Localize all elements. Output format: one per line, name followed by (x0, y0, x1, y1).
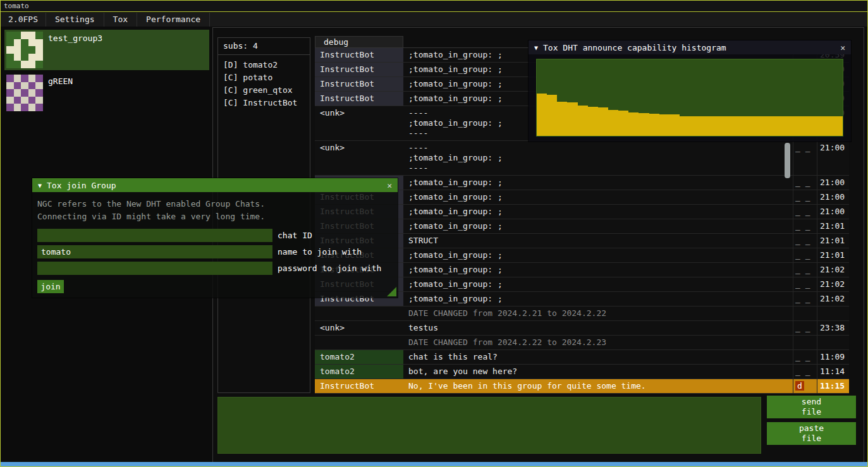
join-field-input[interactable] (37, 229, 272, 242)
resize-grip[interactable] (387, 287, 396, 296)
histogram-bar (628, 112, 639, 136)
chat-sender[interactable]: InstructBot (315, 63, 403, 76)
chat-text: ;tomato_in_group: ; (403, 263, 793, 277)
histogram-bar (649, 114, 659, 136)
avatar-pixel (21, 46, 28, 54)
menu-item-settings[interactable]: Settings (46, 13, 104, 27)
avatar-pixel (28, 61, 36, 68)
histogram-bar (547, 95, 557, 136)
join-button[interactable]: join (37, 280, 64, 293)
tab-debug[interactable]: debug (315, 36, 403, 47)
chat-time: 21:01 (817, 248, 849, 262)
histogram-bar (812, 116, 822, 136)
chat-flag: _ _ (795, 352, 810, 361)
chat-sender[interactable]: <unk> (315, 141, 403, 175)
close-icon[interactable]: ✕ (387, 181, 392, 190)
join-field-label: password to join with (278, 262, 381, 275)
fps-counter: 2.0FPS (1, 13, 46, 27)
avatar-pixel (14, 46, 21, 54)
avatar-pixel (28, 75, 36, 82)
chat-sender[interactable] (315, 306, 403, 320)
chat-flags: _ _ (793, 219, 817, 233)
chat-text: ;tomato_in_group: ; (403, 277, 793, 291)
histogram-bar (567, 102, 577, 136)
avatar-pixel (6, 46, 14, 54)
group-name-label: gREEN (48, 75, 73, 111)
avatar-pixel (21, 32, 28, 39)
chat-flags (793, 306, 817, 320)
send-file-button[interactable]: send file (767, 396, 856, 418)
join-field-label: chat ID (278, 229, 312, 242)
join-field-label: name to join with (278, 245, 362, 258)
avatar-pixel (21, 75, 28, 82)
chat-time: 21:02 (817, 277, 849, 291)
chat-sender[interactable]: InstructBot (315, 379, 403, 393)
histogram-window-titlebar[interactable]: ▼ Tox DHT announce capability histogram … (529, 40, 851, 54)
paste-file-button[interactable]: paste file (767, 422, 856, 445)
chat-flags: _ _ (793, 263, 817, 277)
sidebar-group-gREEN[interactable]: gREEN (4, 73, 209, 113)
join-field-row: password to join with (37, 262, 393, 275)
chat-sender[interactable]: <unk> (315, 106, 403, 140)
avatar-pixel (6, 104, 14, 111)
chat-message-row: tomato2bot, are you new here?_ _11:14 (315, 365, 849, 379)
chat-message-row: DATE CHANGED from 2024.2.22 to 2024.2.23 (315, 336, 849, 350)
subs-member[interactable]: [C] green_qtox (223, 84, 305, 97)
chat-flag: _ _ (795, 178, 810, 187)
chat-sender[interactable]: InstructBot (315, 77, 403, 91)
message-input[interactable] (217, 397, 761, 454)
histogram-bar (710, 116, 720, 136)
chat-sender[interactable] (315, 336, 403, 349)
sidebar-group-test_group3[interactable]: test_group3 (4, 30, 209, 70)
chat-text: ;tomato_in_group: ; (403, 190, 793, 204)
chat-sender[interactable]: <unk> (315, 321, 403, 335)
chat-flags: _ _ (793, 176, 817, 190)
avatar-pixel (14, 61, 21, 68)
close-icon[interactable]: ✕ (840, 43, 845, 52)
chat-time: 11:15 (817, 379, 849, 393)
chat-sender[interactable]: tomato2 (315, 365, 403, 379)
chat-time: 21:00 (817, 176, 849, 190)
chat-sender[interactable]: InstructBot (315, 92, 403, 106)
subs-member[interactable]: [C] InstructBot (223, 97, 305, 109)
chat-text: bot, are you new here? (403, 365, 793, 379)
avatar-pixel (28, 97, 36, 104)
histogram-bar (639, 113, 649, 136)
avatar-pixel (28, 89, 36, 97)
avatar-pixel (6, 39, 14, 47)
join-dialog-titlebar[interactable]: ▼ Tox join Group ✕ (32, 178, 398, 192)
histogram-bar (761, 116, 771, 136)
chat-time: 21:02 (817, 263, 849, 277)
avatar-pixel (35, 54, 43, 61)
chat-time (817, 336, 849, 349)
collapse-arrow-icon[interactable]: ▼ (534, 44, 538, 51)
avatar-pixel (14, 97, 21, 104)
menubar: 2.0FPS SettingsToxPerformance (1, 13, 867, 27)
menu-item-tox[interactable]: Tox (104, 13, 137, 27)
avatar-pixel (6, 97, 14, 104)
subs-member[interactable]: [C] potato (223, 71, 305, 84)
chat-flag: _ _ (795, 236, 810, 245)
chat-flag: _ _ (795, 221, 810, 231)
window-titlebar: tomato (1, 1, 867, 12)
collapse-arrow-icon[interactable]: ▼ (38, 182, 42, 189)
avatar-pixel (14, 54, 21, 61)
menu-item-performance[interactable]: Performance (137, 13, 210, 27)
app-window: tomato 2.0FPS SettingsToxPerformance tes… (0, 0, 868, 467)
histogram-bar (608, 110, 618, 136)
join-field-input[interactable] (37, 245, 272, 258)
join-field-row: chat ID (37, 229, 393, 242)
join-field-input[interactable] (37, 262, 272, 275)
histogram-bar (618, 111, 628, 136)
chat-sender[interactable]: InstructBot (315, 48, 403, 62)
join-group-dialog: ▼ Tox join Group ✕ NGC refers to the New… (32, 178, 398, 298)
chat-flags: _ _ (793, 292, 817, 306)
chat-sender[interactable]: tomato2 (315, 350, 403, 364)
subs-header: subs: 4 (218, 38, 310, 55)
avatar-pixel (21, 89, 28, 97)
avatar-pixel (21, 39, 28, 47)
chat-scrollbar[interactable] (785, 143, 790, 178)
subs-member[interactable]: [D] tomato2 (223, 59, 305, 71)
chat-flags: _ _ (793, 248, 817, 262)
chat-time: 21:01 (817, 234, 849, 248)
